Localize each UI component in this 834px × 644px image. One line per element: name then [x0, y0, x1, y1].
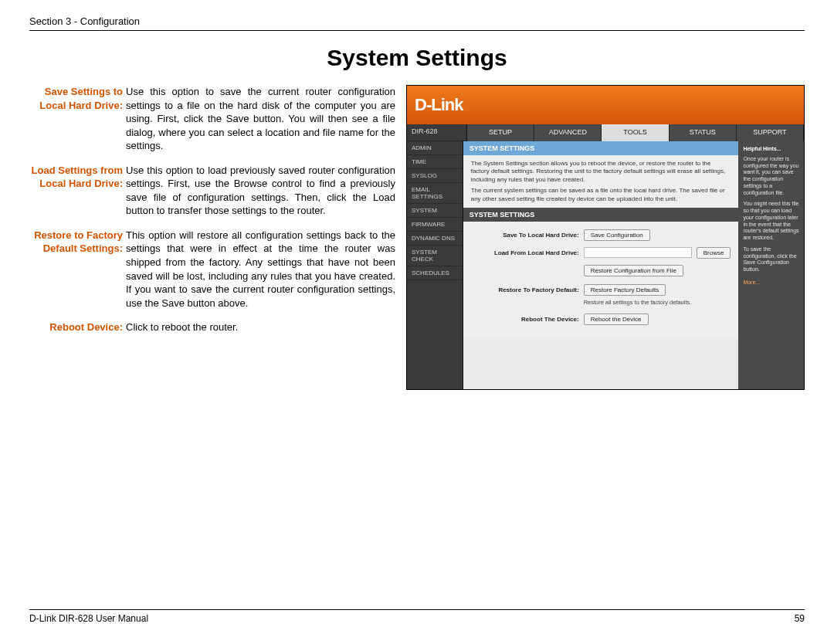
side-schedules[interactable]: SCHEDULES — [407, 266, 463, 280]
hints-more-link[interactable]: More... — [743, 280, 799, 286]
tab-status[interactable]: STATUS — [670, 124, 737, 141]
def-text: Use this option to load previously saved… — [126, 164, 395, 218]
side-syscheck[interactable]: SYSTEM CHECK — [407, 246, 463, 266]
tab-tools[interactable]: TOOLS — [602, 124, 669, 141]
side-firmware[interactable]: FIRMWARE — [407, 218, 463, 232]
side-syslog[interactable]: SYSLOG — [407, 169, 463, 183]
hints-p2: You might need this file so that you can… — [743, 201, 799, 242]
def-label: Load Settings from Local Hard Drive: — [29, 164, 126, 218]
definitions-list: Save Settings to Local Hard Drive: Use t… — [29, 85, 395, 390]
router-tabs: SETUP ADVANCED TOOLS STATUS SUPPORT — [467, 124, 804, 141]
intro-text-2: The current system settings can be saved… — [471, 187, 731, 203]
router-model: DIR-628 — [407, 124, 467, 141]
def-restore-factory: Restore to Factory Default Settings: Thi… — [29, 229, 395, 310]
router-center-panel: SYSTEM SETTINGS The System Settings sect… — [463, 141, 739, 390]
tab-setup[interactable]: SETUP — [467, 124, 534, 141]
footer-page: 59 — [795, 613, 805, 624]
hints-title: Helpful Hints... — [743, 146, 781, 151]
def-text: Use this option to save the current rout… — [126, 85, 395, 153]
side-ddns[interactable]: DYNAMIC DNS — [407, 232, 463, 246]
save-configuration-button[interactable]: Save Configuration — [584, 229, 650, 241]
side-system[interactable]: SYSTEM — [407, 204, 463, 218]
side-admin[interactable]: ADMIN — [407, 141, 463, 155]
hints-p1: Once your router is configured the way y… — [743, 156, 799, 197]
restore-from-file-button[interactable]: Restore Configuration from File — [584, 265, 683, 276]
restore-label: Restore To Factory Default: — [471, 286, 579, 293]
page-footer: D-Link DIR-628 User Manual 59 — [29, 609, 805, 624]
reboot-label: Reboot The Device: — [471, 316, 579, 323]
system-body: Save To Local Hard Drive: Save Configura… — [463, 222, 739, 339]
helpful-hints: Helpful Hints... Once your router is con… — [738, 141, 804, 390]
restore-factory-button[interactable]: Restore Factory Defaults — [584, 284, 666, 296]
side-time[interactable]: TIME — [407, 155, 463, 169]
router-banner: D-Link — [407, 86, 804, 124]
def-save-settings: Save Settings to Local Hard Drive: Use t… — [29, 85, 395, 153]
router-screenshot: D-Link DIR-628 SETUP ADVANCED TOOLS STAT… — [406, 85, 805, 390]
def-load-settings: Load Settings from Local Hard Drive: Use… — [29, 164, 395, 218]
tab-advanced[interactable]: ADVANCED — [534, 124, 602, 141]
save-label: Save To Local Hard Drive: — [471, 232, 579, 239]
restore-note: Restore all settings to the factory defa… — [471, 299, 731, 306]
panel-intro: The System Settings section allows you t… — [463, 155, 739, 208]
file-path-input[interactable] — [584, 247, 692, 258]
def-label: Save Settings to Local Hard Drive: — [29, 85, 126, 153]
system-section-head: SYSTEM SETTINGS — [463, 208, 739, 222]
reboot-button[interactable]: Reboot the Device — [584, 314, 649, 325]
dlink-logo: D-Link — [415, 95, 463, 115]
router-side-nav: ADMIN TIME SYSLOG EMAIL SETTINGS SYSTEM … — [407, 141, 463, 390]
def-reboot: Reboot Device: Click to reboot the route… — [29, 320, 395, 334]
footer-manual: D-Link DIR-628 User Manual — [29, 613, 148, 624]
def-label: Reboot Device: — [29, 320, 126, 334]
def-label: Restore to Factory Default Settings: — [29, 229, 126, 310]
page-title: System Settings — [29, 45, 805, 71]
intro-text-1: The System Settings section allows you t… — [471, 160, 731, 184]
def-text: Click to reboot the router. — [126, 320, 395, 334]
hints-p3: To save the configuration, click the Sav… — [743, 246, 799, 273]
def-text: This option will restore all configurati… — [126, 229, 395, 310]
tab-support[interactable]: SUPPORT — [737, 124, 804, 141]
browse-button[interactable]: Browse — [697, 247, 731, 259]
side-email[interactable]: EMAIL SETTINGS — [407, 183, 463, 204]
section-header: Section 3 - Configuration — [29, 15, 805, 31]
load-label: Load From Local Hard Drive: — [471, 249, 579, 256]
panel-header: SYSTEM SETTINGS — [463, 141, 739, 155]
